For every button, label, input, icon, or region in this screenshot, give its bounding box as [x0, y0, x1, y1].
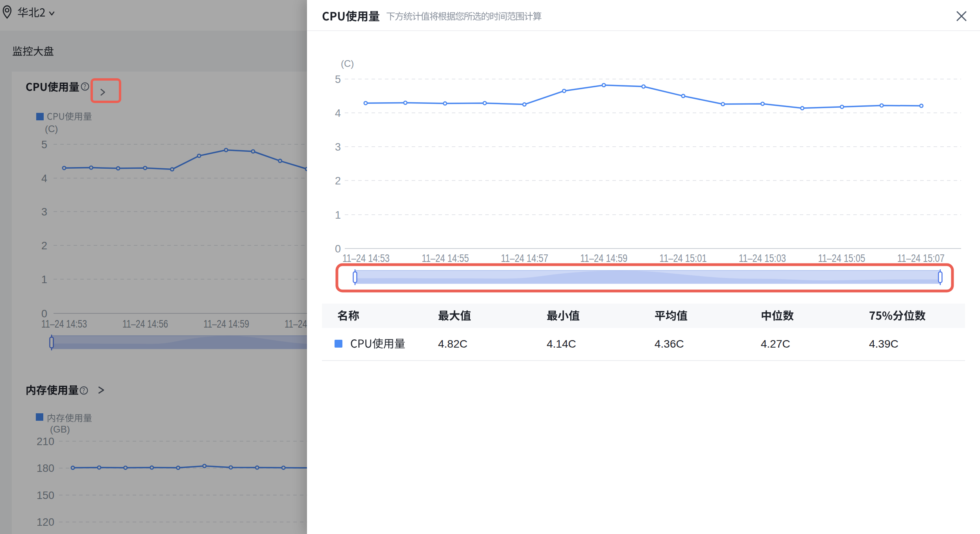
svg-text:11–24 14:59: 11–24 14:59 — [580, 252, 627, 264]
svg-text:1: 1 — [335, 209, 341, 221]
svg-text:11–24 15:07: 11–24 15:07 — [897, 252, 945, 264]
svg-text:4.14C: 4.14C — [547, 338, 576, 350]
svg-text:4.39C: 4.39C — [869, 338, 899, 350]
svg-text:11–24 15:05: 11–24 15:05 — [818, 252, 865, 264]
svg-text:0: 0 — [335, 243, 341, 255]
svg-text:4.36C: 4.36C — [655, 338, 684, 350]
svg-text:4.27C: 4.27C — [761, 338, 790, 350]
svg-text:11–24 14:57: 11–24 14:57 — [501, 252, 548, 264]
svg-text:11–24 15:01: 11–24 15:01 — [660, 252, 707, 264]
svg-text:4: 4 — [335, 107, 341, 119]
svg-text:3: 3 — [335, 141, 341, 153]
svg-text:4.82C: 4.82C — [438, 338, 468, 350]
svg-text:(C): (C) — [341, 58, 354, 69]
svg-text:5: 5 — [335, 74, 341, 85]
svg-text:11–24 14:53: 11–24 14:53 — [342, 252, 390, 264]
svg-text:11–24 14:55: 11–24 14:55 — [422, 252, 469, 264]
svg-text:2: 2 — [335, 175, 341, 187]
svg-text:11–24 15:03: 11–24 15:03 — [739, 252, 786, 264]
